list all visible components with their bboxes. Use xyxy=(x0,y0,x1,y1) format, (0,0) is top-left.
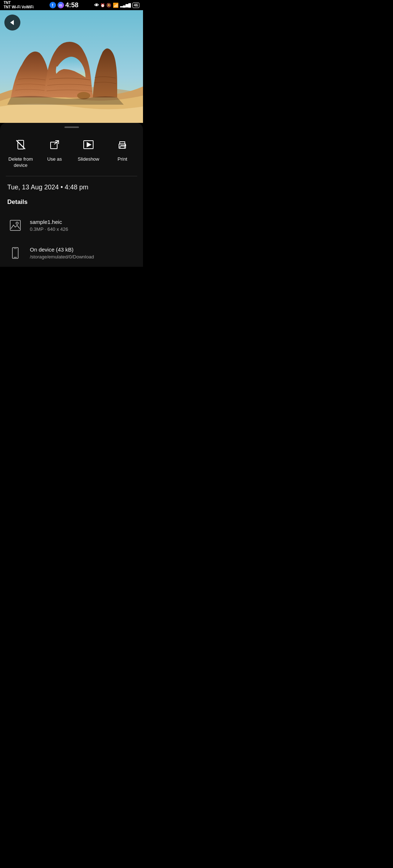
back-arrow-icon xyxy=(10,20,14,25)
file-meta: 0.3MP · 640 x 426 xyxy=(30,226,68,232)
back-button[interactable] xyxy=(4,15,20,31)
mute-icon: 🔕 xyxy=(106,3,111,8)
file-info-item: sample1.heic 0.3MP · 640 x 426 xyxy=(0,212,143,239)
wifi-icon: 📶 xyxy=(113,3,119,8)
device-storage-icon xyxy=(7,245,23,261)
storage-info-item: On device (43 kB) /storage/emulated/0/Do… xyxy=(0,239,143,267)
details-section-title: Details xyxy=(0,194,143,212)
photo-datetime: Tue, 13 Aug 2024 • 4:48 pm xyxy=(0,176,143,194)
file-text-info: sample1.heic 0.3MP · 640 x 426 xyxy=(30,219,68,232)
drag-handle xyxy=(64,126,79,128)
battery-indicator: 46 xyxy=(132,3,139,8)
use-as-label: Use as xyxy=(47,156,62,162)
status-icons: 👁 ⏰ 🔕 📶 ▂▄▆█ 46 xyxy=(94,3,139,8)
print-button[interactable]: Print xyxy=(106,137,139,169)
status-bar: TNT TNT Wi-Fi VoWiFi f m 4:58 👁 ⏰ 🔕 📶 ▂▄… xyxy=(0,0,143,10)
use-as-button[interactable]: Use as xyxy=(37,137,71,169)
messenger-icon[interactable]: m xyxy=(57,2,64,8)
svg-point-15 xyxy=(16,222,18,224)
svg-point-13 xyxy=(125,145,126,146)
print-label: Print xyxy=(118,156,127,162)
storage-path: /storage/emulated/0/Download xyxy=(30,254,94,260)
eye-icon: 👁 xyxy=(94,3,99,8)
bottom-sheet: Delete fromdevice Use as xyxy=(0,123,143,267)
time-display: f m 4:58 xyxy=(49,1,79,9)
slideshow-button[interactable]: Slideshow xyxy=(72,137,106,169)
photo-view xyxy=(0,10,143,123)
svg-rect-16 xyxy=(12,248,18,258)
use-as-icon xyxy=(47,137,63,153)
delete-from-device-button[interactable]: Delete fromdevice xyxy=(4,137,37,169)
network-type: TNT Wi-Fi VoWiFi xyxy=(4,5,33,9)
alarm-icon: ⏰ xyxy=(100,3,105,7)
file-name: sample1.heic xyxy=(30,219,68,225)
storage-text-info: On device (43 kB) /storage/emulated/0/Do… xyxy=(30,246,94,260)
storage-label: On device (43 kB) xyxy=(30,246,94,253)
action-row: Delete fromdevice Use as xyxy=(0,134,143,176)
slideshow-label: Slideshow xyxy=(78,156,99,162)
facebook-icon[interactable]: f xyxy=(49,2,56,8)
delete-icon xyxy=(13,137,29,153)
carrier-info: TNT TNT Wi-Fi VoWiFi xyxy=(4,1,33,9)
delete-label: Delete fromdevice xyxy=(8,156,33,169)
desert-image xyxy=(0,10,143,123)
svg-rect-14 xyxy=(10,220,20,230)
print-icon xyxy=(114,137,130,153)
carrier-name: TNT xyxy=(4,1,33,5)
slideshow-icon xyxy=(80,137,96,153)
signal-icon: ▂▄▆█ xyxy=(120,3,131,7)
image-file-icon xyxy=(7,217,23,233)
time: 4:58 xyxy=(66,1,79,9)
svg-marker-9 xyxy=(87,142,91,147)
